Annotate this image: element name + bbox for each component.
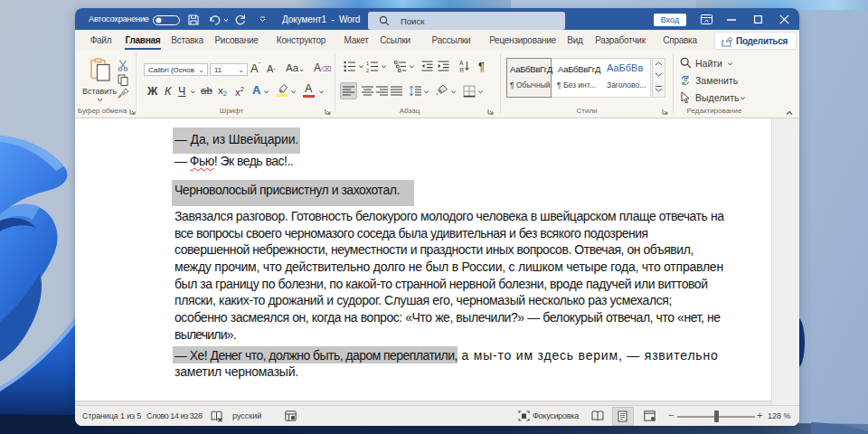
svg-text:1: 1 (366, 61, 369, 66)
svg-text:2: 2 (366, 68, 369, 72)
svg-text:А: А (459, 60, 464, 66)
svg-text:b: b (684, 76, 688, 82)
svg-text:Я: Я (459, 67, 464, 73)
